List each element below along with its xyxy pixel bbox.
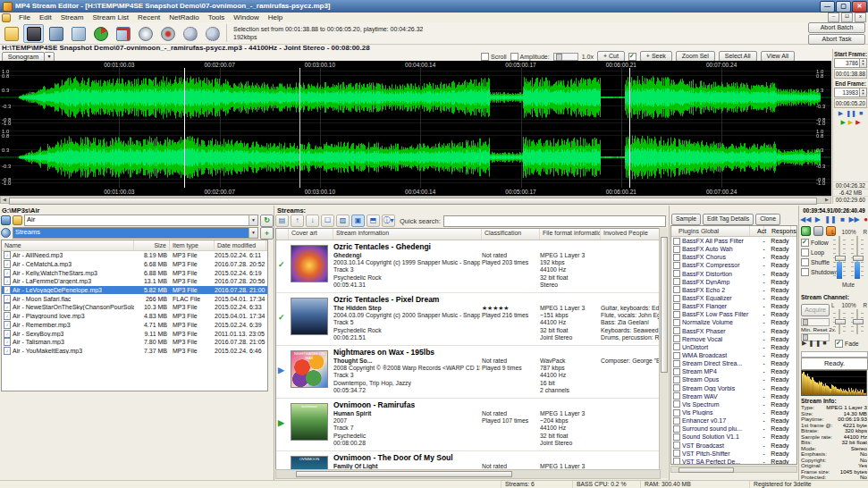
channel-stop-button[interactable]: ■ (822, 340, 828, 346)
file-row[interactable]: ♪Air - Kelly,WatchTheStars.mp36.88 MBMP3… (2, 268, 267, 277)
menu-help[interactable]: Help (264, 13, 287, 22)
plugin-checkbox[interactable] (673, 286, 680, 293)
seek-link-checkbox[interactable] (628, 53, 636, 61)
plugin-row[interactable]: BassFX Flanger-Ready (671, 302, 796, 310)
clone-button[interactable]: Clone (755, 214, 780, 225)
file-row[interactable]: ♪Air - Talisman.mp37.80 MBMP3 File2016.0… (2, 338, 267, 347)
refresh-button[interactable]: ↻ (260, 215, 274, 227)
end-frame-spinner[interactable]: 13983▲▼ (834, 88, 867, 97)
plugin-row[interactable]: Stream MP4-Ready (671, 367, 796, 375)
streams-hscrollbar[interactable] (275, 469, 661, 479)
cube-music-icon[interactable] (68, 24, 88, 43)
column-header-file-format-information[interactable]: File format information (540, 229, 601, 240)
plugin-checkbox[interactable] (673, 392, 680, 400)
follow-checkbox[interactable] (801, 239, 809, 247)
amplitude-slider[interactable] (553, 53, 578, 61)
waveform-panel[interactable]: 00:01:00.0300:02:00.0700:03:00.1000:04:0… (0, 61, 831, 196)
column-header-date-modified[interactable]: Date modified (215, 240, 266, 250)
plugin-row[interactable]: BassFX All Pass Filter-Ready (671, 237, 796, 245)
channel-volume-left[interactable] (833, 309, 846, 334)
online-icon[interactable] (801, 226, 811, 236)
volume-slider-right[interactable] (851, 236, 864, 279)
channel-volume-right[interactable] (851, 309, 864, 334)
plugin-row[interactable]: Enhancer v0.17-Ready (671, 416, 796, 425)
plugin-row[interactable]: BassFX Distortion-Ready (671, 270, 796, 278)
streams-hscroll-thumb[interactable] (296, 471, 512, 477)
column-header-act[interactable]: Act (750, 226, 764, 236)
plugin-row[interactable]: VST Broadcast-Ready (671, 442, 796, 450)
plugin-row[interactable]: UnDistort-Ready (671, 343, 796, 351)
page-icon[interactable]: ▤ (275, 215, 289, 227)
cube-save-icon[interactable] (46, 24, 66, 43)
move-down-icon[interactable]: ↓ (306, 215, 319, 227)
plugin-checkbox[interactable] (673, 270, 680, 277)
stream-row[interactable]: ▶NIGHTMARES ON WAXNightmares on Wax - 19… (276, 346, 667, 399)
column-header-marker[interactable] (276, 229, 289, 240)
plugin-row[interactable]: BassFX Low Pass Filter-Ready (671, 310, 796, 318)
column-header-stream-information[interactable]: Stream information (333, 229, 482, 240)
open-file-icon[interactable] (1, 24, 21, 43)
amplitude-checkbox[interactable] (510, 53, 518, 61)
menu-edit[interactable]: Edit (35, 13, 56, 22)
plugin-checkbox[interactable] (673, 425, 680, 433)
menu-tools[interactable]: Tools (204, 13, 230, 22)
disc-icon[interactable] (135, 24, 156, 43)
column-header-involved-people[interactable]: Involved People (601, 229, 660, 240)
plugin-checkbox[interactable] (673, 450, 680, 457)
plugin-row[interactable]: Stream WAV-Ready (671, 392, 796, 400)
plugin-row[interactable]: Vis Spectrum-Ready (671, 400, 796, 408)
plugin-checkbox[interactable] (673, 368, 680, 375)
column-header-plugins-global[interactable]: Plugins Global (671, 226, 750, 236)
plugin-row[interactable]: BassFX Auto Wah-Ready (671, 245, 796, 253)
plugins-table-header[interactable]: Plugins GlobalActResponse (671, 226, 796, 237)
waveform-canvas[interactable] (0, 68, 831, 188)
channel-slider-1[interactable] (801, 318, 830, 326)
forward-button[interactable]: ▶▶ (848, 215, 859, 224)
play-yellow-button[interactable]: ▶ (848, 119, 853, 126)
stream-row[interactable]: ✓Ozric Tentacles - Pixel DreamThe Hidden… (276, 293, 667, 346)
quick-search-input[interactable] (443, 215, 666, 227)
plugin-checkbox[interactable] (673, 442, 680, 449)
plugin-checkbox[interactable] (673, 343, 680, 350)
plugin-row[interactable]: Vis Plugins-Ready (671, 408, 796, 416)
mdi-minimize-button[interactable]: – (828, 13, 839, 22)
plugin-checkbox[interactable] (673, 409, 680, 416)
add-button[interactable]: ＋ (260, 227, 274, 240)
plugin-checkbox[interactable] (673, 311, 680, 318)
plugin-checkbox[interactable] (673, 352, 680, 359)
plugin-checkbox[interactable] (673, 360, 680, 367)
maximize-button[interactable]: ▢ (836, 1, 851, 13)
streams-vscrollbar[interactable] (659, 228, 668, 478)
scroll-checkbox[interactable] (481, 53, 489, 61)
file-row[interactable]: ♪Air - Playground love.mp34.83 MBMP3 Fil… (2, 312, 267, 321)
menu-file[interactable]: File (14, 13, 35, 22)
plugin-row[interactable]: Surround sound plu...-Ready (671, 425, 796, 433)
loop-checkbox[interactable] (801, 248, 809, 257)
file-row[interactable]: ♪Air - Remember.mp34.71 MBMP3 File2015.0… (2, 321, 267, 330)
plugin-checkbox[interactable] (673, 303, 680, 310)
scroll-right-arrow[interactable]: ▶ (823, 197, 830, 203)
plugin-checkbox[interactable] (673, 295, 680, 302)
plugin-checkbox[interactable] (673, 458, 680, 465)
plugin-checkbox[interactable] (673, 417, 680, 425)
plugin-checkbox[interactable] (673, 238, 680, 245)
menu-stream[interactable]: Stream (56, 13, 88, 22)
file-row[interactable]: ♪Air - YouMakeItEasy.mp37.37 MBMP3 File2… (2, 347, 267, 356)
plugin-checkbox[interactable] (673, 335, 680, 342)
plugin-checkbox[interactable] (673, 400, 680, 408)
selection-pause-button[interactable]: ❚❚ (846, 110, 856, 117)
play-green-button[interactable]: ▶ (840, 119, 845, 126)
streams-vscroll-thumb[interactable] (661, 237, 668, 373)
abort-batch-button[interactable]: Abort Batch (808, 22, 865, 33)
mdi-restore-button[interactable]: ⊡ (841, 13, 853, 22)
move-up-icon[interactable]: ↑ (291, 215, 304, 227)
shutdown-checkbox[interactable] (801, 268, 809, 276)
stream-table-header[interactable]: Cover artStream informationClassificatio… (276, 229, 667, 240)
plugin-checkbox[interactable] (673, 384, 680, 391)
view-combobox[interactable]: Streams▼ (13, 227, 258, 239)
column-header-cover-art[interactable]: Cover art (289, 229, 333, 240)
pause-button[interactable]: ❚❚ (824, 215, 836, 224)
speaker-icon[interactable] (23, 24, 44, 43)
plugin-checkbox[interactable] (673, 433, 680, 441)
play-red-button[interactable]: ▶ (855, 119, 860, 126)
